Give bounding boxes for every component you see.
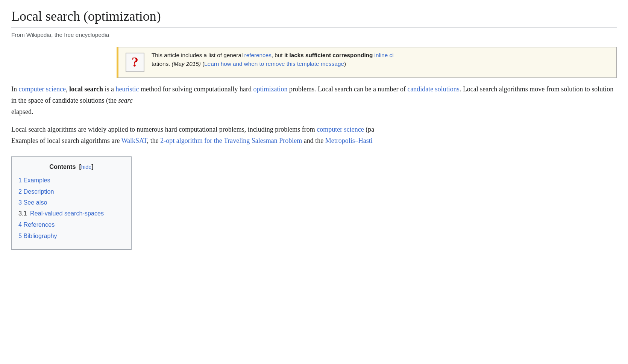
link-computer-science-1[interactable]: computer science: [19, 85, 66, 93]
link-metropolis[interactable]: Metropolis–Hasti: [325, 137, 373, 144]
article-paragraph-1: In computer science, local search is a h…: [11, 84, 617, 117]
article-paragraph-2: Local search algorithms are widely appli…: [11, 124, 617, 146]
ambox-text-content: This article includes a list of general …: [152, 51, 394, 68]
toc-link-see-also[interactable]: See also: [18, 199, 47, 206]
link-heuristic[interactable]: heuristic: [116, 85, 139, 93]
subtitle: From Wikipedia, the free encyclopedia: [11, 30, 617, 39]
toc-link-examples[interactable]: Examples: [18, 177, 50, 184]
ambox-text-comma: , but: [272, 52, 284, 58]
question-mark-symbol: ?: [132, 52, 138, 73]
para2-text-examples: Examples of local search algorithms are: [11, 137, 121, 144]
ambox-learn-link[interactable]: Learn how and when to remove this templa…: [204, 61, 344, 67]
ambox-notice: ? This article includes a list of genera…: [117, 47, 617, 78]
toc-link-bibliography[interactable]: Bibliography: [18, 232, 57, 239]
ambox-bold-text: it lacks sufficient corresponding: [284, 52, 375, 58]
page-title: Local search (optimization): [11, 8, 617, 27]
toc-link-real-valued[interactable]: Real-valued search-spaces: [30, 210, 104, 217]
para1-text-elapsed: elapsed.: [11, 108, 33, 115]
toc-item-4: References: [18, 220, 124, 230]
para2-text-the: , the: [147, 137, 161, 144]
toc-hide-link[interactable]: hide: [81, 164, 92, 170]
link-optimization[interactable]: optimization: [253, 85, 288, 93]
toc-title-text: Contents: [49, 163, 76, 170]
toc-sub-list-3: 3.1 Real-valued search-spaces: [18, 209, 124, 218]
toc-item-3: See also 3.1 Real-valued search-spaces: [18, 198, 124, 218]
ambox-icon-wrapper: ?: [124, 51, 146, 74]
ambox-text-citations: tations. (May 2015) (Learn how and when …: [152, 61, 346, 67]
ambox-text-start: This article includes a list of general: [152, 52, 244, 58]
para1-bold-local-search: local search: [69, 85, 103, 93]
toc-link-references[interactable]: References: [18, 221, 55, 228]
para1-text-problems: problems. Local search can be a number o…: [288, 85, 408, 93]
toc-link-description[interactable]: Description: [18, 188, 54, 195]
toc-item-3-1: 3.1 Real-valued search-spaces: [18, 209, 124, 218]
toc-title: Contents [hide]: [18, 162, 124, 172]
toc-list: Examples Description See also 3.1 Real-v…: [18, 176, 124, 241]
toc-item-5: Bibliography: [18, 231, 124, 241]
toc-subnum-3-1: 3.1: [18, 210, 27, 217]
table-of-contents: Contents [hide] Examples Description See…: [11, 156, 132, 250]
para2-text-start: Local search algorithms are widely appli…: [11, 126, 317, 133]
ambox-question-icon: ?: [126, 53, 144, 72]
para1-text-is-a: is a: [103, 85, 116, 93]
para2-text-pa: (pa: [364, 126, 374, 133]
ambox-inline-citations-link[interactable]: inline ci: [375, 52, 394, 58]
link-computer-science-2[interactable]: computer science: [317, 126, 364, 133]
link-walksat[interactable]: WalkSAT: [121, 137, 147, 144]
toc-item-2: Description: [18, 187, 124, 197]
para1-text-in: In: [11, 85, 19, 93]
ambox-references-link[interactable]: references: [244, 52, 272, 58]
para1-text-comma: ,: [66, 85, 69, 93]
para1-text-method: method for solving computationally hard: [139, 85, 253, 93]
link-2opt[interactable]: 2-opt algorithm for the Traveling Salesm…: [160, 137, 302, 144]
toc-item-1: Examples: [18, 176, 124, 185]
link-candidate-solutions[interactable]: candidate solutions: [407, 85, 459, 93]
para2-text-and: and the: [302, 137, 325, 144]
